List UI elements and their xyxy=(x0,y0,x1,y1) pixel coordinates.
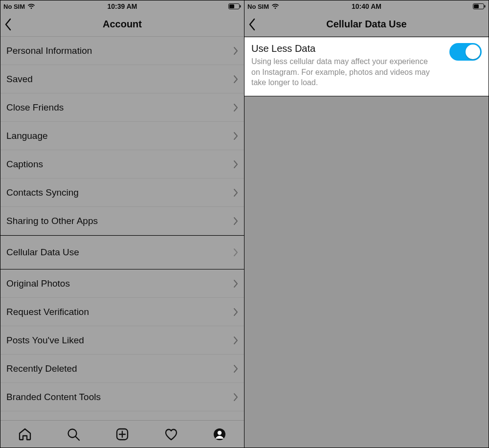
tab-profile[interactable] xyxy=(212,427,227,442)
row-sharing-to-other-apps[interactable]: Sharing to Other Apps xyxy=(0,207,244,235)
row-request-verification[interactable]: Request Verification xyxy=(0,298,244,326)
home-icon xyxy=(18,427,32,442)
tab-home[interactable] xyxy=(18,427,32,442)
row-label: Contacts Syncing xyxy=(6,187,79,198)
row-recently-deleted[interactable]: Recently Deleted xyxy=(0,355,244,383)
row-label: Language xyxy=(6,131,48,141)
page-title: Account xyxy=(103,19,142,30)
back-button[interactable] xyxy=(248,12,256,36)
row-label: Request Verification xyxy=(6,307,89,317)
toggle-thumb xyxy=(466,45,480,59)
row-posts-youve-liked[interactable]: Posts You've Liked xyxy=(0,326,244,355)
screenshot-account: No SIM 10:39 AM Account Personal Informa… xyxy=(0,0,244,448)
row-label: Personal Information xyxy=(6,45,92,56)
nav-bar: Cellular Data Use xyxy=(244,12,489,37)
row-label: Original Photos xyxy=(6,278,70,289)
tab-create[interactable] xyxy=(115,427,130,442)
clock: 10:40 AM xyxy=(244,0,489,12)
back-button[interactable] xyxy=(4,12,12,36)
status-bar: No SIM 10:40 AM xyxy=(244,0,489,12)
row-label: Close Friends xyxy=(6,102,64,113)
chevron-right-icon xyxy=(233,75,238,84)
row-label: Cellular Data Use xyxy=(6,247,79,258)
chevron-right-icon xyxy=(233,103,238,112)
empty-area xyxy=(244,96,489,448)
chevron-right-icon xyxy=(233,393,238,402)
chevron-right-icon xyxy=(233,308,238,316)
row-saved[interactable]: Saved xyxy=(0,65,244,93)
chevron-right-icon xyxy=(233,248,238,257)
page-title: Cellular Data Use xyxy=(326,19,407,30)
use-less-data-description: Using less cellular data may affect your… xyxy=(251,56,437,88)
row-label: Recently Deleted xyxy=(6,363,77,374)
row-label: Posts You've Liked xyxy=(6,335,84,346)
screenshot-cellular-data-use: No SIM 10:40 AM Cellular Data Use Use Le… xyxy=(244,0,489,448)
row-contacts-syncing[interactable]: Contacts Syncing xyxy=(0,179,244,207)
svg-point-9 xyxy=(218,430,222,434)
row-personal-information[interactable]: Personal Information xyxy=(0,37,244,65)
status-bar: No SIM 10:39 AM xyxy=(0,0,244,12)
chevron-right-icon xyxy=(233,188,238,197)
tab-activity[interactable] xyxy=(164,427,178,442)
search-icon xyxy=(66,427,81,442)
use-less-data-toggle[interactable] xyxy=(449,43,482,61)
chevron-right-icon xyxy=(233,364,238,373)
row-label: Saved xyxy=(6,74,33,85)
clock: 10:39 AM xyxy=(0,0,244,12)
profile-icon xyxy=(212,427,227,442)
row-branded-content-tools[interactable]: Branded Content Tools xyxy=(0,383,244,411)
chevron-right-icon xyxy=(233,336,238,345)
row-cellular-data-use[interactable]: Cellular Data Use xyxy=(0,235,244,269)
svg-line-4 xyxy=(76,437,79,440)
chevron-right-icon xyxy=(233,132,238,140)
tab-bar xyxy=(0,420,244,448)
svg-point-3 xyxy=(68,429,77,437)
use-less-data-title: Use Less Data xyxy=(251,43,437,54)
chevron-right-icon xyxy=(233,279,238,288)
row-original-photos[interactable]: Original Photos xyxy=(0,269,244,298)
chevron-right-icon xyxy=(233,46,238,55)
chevron-right-icon xyxy=(233,160,238,169)
tab-search[interactable] xyxy=(66,427,81,442)
row-language[interactable]: Language xyxy=(0,122,244,150)
nav-bar: Account xyxy=(0,12,244,37)
row-label: Sharing to Other Apps xyxy=(6,216,98,226)
account-list: Personal Information Saved Close Friends… xyxy=(0,37,244,411)
row-captions[interactable]: Captions xyxy=(0,150,244,179)
row-close-friends[interactable]: Close Friends xyxy=(0,93,244,122)
row-label: Branded Content Tools xyxy=(6,392,101,403)
use-less-data-card: Use Less Data Using less cellular data m… xyxy=(244,37,489,96)
heart-icon xyxy=(164,427,178,442)
chevron-right-icon xyxy=(233,217,238,225)
plus-square-icon xyxy=(115,427,130,442)
row-label: Captions xyxy=(6,159,43,170)
